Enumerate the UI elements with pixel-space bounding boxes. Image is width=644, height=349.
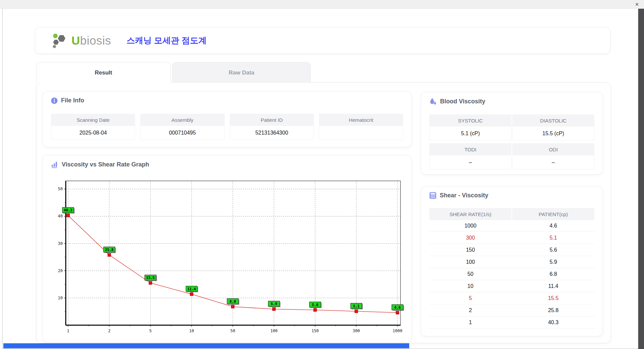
blood-viscosity-title: Blood Viscosity (429, 98, 485, 105)
blood-viscosity-title-label: Blood Viscosity (440, 98, 485, 105)
todi-value: – (429, 155, 512, 169)
shear-rate-column-header: SHEAR RATE(1/s) (429, 208, 512, 220)
shear-rate-value: 2 (429, 304, 512, 316)
shear-table-row: 225.8 (429, 304, 594, 316)
page-title: 스캐닝 모세관 점도계 (126, 35, 207, 46)
file-info-grid: Scanning Date 2025-08-04 Assembly 000710… (51, 114, 403, 140)
hexagon-logo-icon (51, 32, 69, 49)
svg-text:6.8: 6.8 (230, 299, 236, 303)
todi-label: TODI (429, 143, 512, 155)
patient-viscosity-value: 5.9 (512, 256, 594, 268)
field-assembly: Assembly 000710495 (140, 114, 224, 140)
svg-text:40.3: 40.3 (64, 208, 72, 212)
svg-text:5.6: 5.6 (312, 303, 318, 307)
shear-table-row: 1011.4 (429, 280, 594, 292)
svg-text:50: 50 (230, 329, 235, 333)
viscosity-shear-chart: 12510501001503001000102030405040.325.815… (51, 176, 404, 338)
patient-viscosity-value: 4.6 (512, 220, 594, 232)
content-panel: File Info Scanning Date 2025-08-04 Assem… (36, 83, 611, 343)
shear-viscosity-title: Shear - Viscosity (429, 192, 488, 199)
shear-table-row: 3005.1 (429, 232, 594, 244)
svg-text:150: 150 (312, 329, 319, 333)
patient-viscosity-value: 5.6 (512, 244, 594, 256)
brand-rest: biosis (80, 34, 111, 47)
file-info-title-label: File Info (61, 97, 84, 104)
shear-rate-value: 10 (429, 280, 512, 292)
odi-field: ODI – (512, 143, 594, 169)
file-info-title: File Info (51, 97, 84, 104)
tab-raw-data[interactable]: Raw Data (172, 62, 311, 83)
header-card: Ubiosis 스캐닝 모세관 점도계 (35, 27, 610, 54)
calculator-icon (429, 192, 436, 199)
field-label: Patient ID (230, 114, 314, 126)
diastolic-value: 15.5 (cP) (512, 127, 594, 141)
scrollbar[interactable] (638, 9, 644, 349)
patient-column-header: PATIENT(cp) (512, 208, 594, 220)
svg-text:4.6: 4.6 (394, 305, 401, 309)
shear-table-row: 506.8 (429, 268, 594, 280)
patient-viscosity-value: 11.4 (512, 280, 594, 292)
field-scanning-date: Scanning Date 2025-08-04 (51, 114, 135, 140)
brand-u: U (71, 34, 80, 47)
shear-table-row: 515.5 (429, 292, 594, 304)
shear-viscosity-card: Shear - Viscosity SHEAR RATE(1/s) PATIEN… (421, 186, 603, 336)
svg-text:300: 300 (353, 329, 360, 333)
patient-viscosity-value: 25.8 (512, 304, 594, 316)
patient-viscosity-value: 15.5 (512, 292, 594, 304)
shear-rate-value: 50 (429, 268, 512, 280)
shear-table-row: 10004.6 (429, 220, 594, 232)
bottom-blue-bar (3, 343, 409, 348)
brand-text: Ubiosis (71, 34, 111, 47)
field-label: Hematocrit (319, 114, 403, 126)
systolic-label: SYSTOLIC (429, 114, 512, 127)
svg-text:100: 100 (270, 329, 278, 333)
shear-rate-value: 100 (429, 256, 512, 268)
shear-rate-value: 1 (429, 316, 512, 328)
field-value: 52131364300 (230, 126, 314, 140)
svg-text:1000: 1000 (393, 329, 402, 333)
field-value: 2025-08-04 (51, 126, 135, 140)
field-value: 000710495 (140, 126, 224, 140)
blood-viscosity-row-sys-dia: SYSTOLIC 5.1 (cP) DIASTOLIC 15.5 (cP) (429, 114, 594, 141)
svg-text:20: 20 (58, 268, 63, 273)
shear-table-header: SHEAR RATE(1/s) PATIENT(cp) (429, 208, 594, 220)
odi-label: ODI (512, 143, 594, 155)
field-label: Scanning Date (51, 114, 135, 126)
graph-title-label: Viscosity vs Shear Rate Graph (62, 161, 149, 168)
field-value (319, 126, 403, 140)
svg-text:5.1: 5.1 (353, 304, 360, 308)
shear-rate-value: 1000 (429, 220, 512, 232)
svg-text:40: 40 (58, 214, 63, 218)
field-patient-id: Patient ID 52131364300 (230, 114, 314, 140)
ubiosis-logo: Ubiosis (51, 32, 111, 49)
shear-table-row: 1005.9 (429, 256, 594, 268)
field-label: Assembly (140, 114, 224, 126)
svg-text:10: 10 (58, 296, 63, 300)
shear-table-row: 140.3 (429, 316, 594, 329)
blood-viscosity-row-todi-odi: TODI – ODI – (429, 143, 594, 169)
viscosity-graph-card: Viscosity vs Shear Rate Graph 1251050100… (43, 155, 412, 342)
svg-text:11.4: 11.4 (187, 287, 196, 291)
shear-table-body: 10004.63005.11505.61005.9506.81011.4515.… (429, 220, 594, 329)
patient-viscosity-value: 6.8 (512, 268, 594, 280)
systolic-value: 5.1 (cP) (429, 127, 512, 141)
todi-field: TODI – (429, 143, 512, 169)
svg-text:1: 1 (67, 329, 69, 333)
graph-title: Viscosity vs Shear Rate Graph (51, 161, 149, 168)
shear-rate-value: 150 (429, 244, 512, 256)
odi-value: – (512, 155, 594, 169)
svg-text:5: 5 (149, 329, 152, 333)
shear-rate-value: 300 (429, 232, 512, 244)
window-titlebar: × (0, 0, 644, 9)
close-icon[interactable]: × (633, 0, 641, 8)
blood-viscosity-card: Blood Viscosity SYSTOLIC 5.1 (cP) DIASTO… (421, 92, 603, 174)
svg-text:30: 30 (58, 241, 63, 246)
tab-result[interactable]: Result (36, 62, 171, 83)
field-hematocrit: Hematocrit (319, 114, 403, 140)
app-window: Ubiosis 스캐닝 모세관 점도계 Result Raw Data File… (2, 9, 638, 349)
svg-text:5.9: 5.9 (271, 302, 277, 306)
svg-text:25.8: 25.8 (105, 248, 113, 252)
shear-table-row: 1505.6 (429, 244, 594, 256)
svg-text:2: 2 (108, 329, 110, 333)
info-icon (51, 97, 58, 104)
